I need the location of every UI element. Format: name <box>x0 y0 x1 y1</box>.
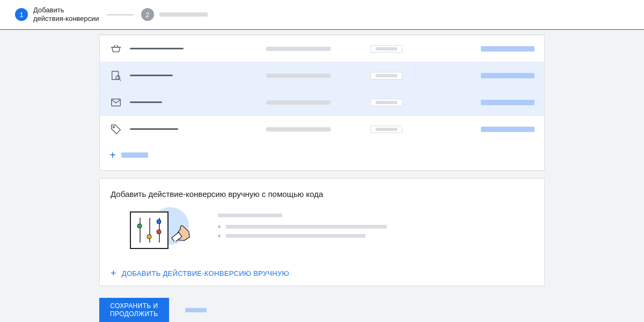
add-row-button[interactable]: + <box>100 142 544 170</box>
table-row[interactable] <box>100 89 544 115</box>
tag-icon <box>109 123 122 136</box>
table-row[interactable] <box>100 62 544 89</box>
search-page-icon <box>109 69 122 82</box>
step-1[interactable]: 1 Добавить действия-конверсии <box>15 6 99 24</box>
svg-point-1 <box>116 76 120 79</box>
step-1-label: Добавить действия-конверсии <box>33 6 99 24</box>
hand-icon <box>171 219 193 241</box>
manual-illustration <box>127 208 186 257</box>
status-chip <box>370 126 402 133</box>
add-row-label-placeholder <box>121 152 148 158</box>
step-1-number: 1 <box>15 8 28 21</box>
add-manual-label: ДОБАВИТЬ ДЕЙСТВИЕ-КОНВЕРСИЮ ВРУЧНУЮ <box>122 269 289 277</box>
svg-point-3 <box>113 126 115 128</box>
manual-conversion-card: Добавить действие-конверсию вручную с по… <box>99 178 545 286</box>
stepper-bar: 1 Добавить действия-конверсии 2 <box>0 0 644 30</box>
stepper-connector <box>107 14 134 16</box>
add-manual-button[interactable]: + ДОБАВИТЬ ДЕЙСТВИЕ-КОНВЕРСИЮ ВРУЧНУЮ <box>111 268 533 278</box>
plus-icon: + <box>111 268 116 278</box>
manual-heading: Добавить действие-конверсию вручную с по… <box>111 189 533 199</box>
step-2[interactable]: 2 <box>141 8 208 21</box>
table-row[interactable] <box>100 35 544 62</box>
step-2-label-placeholder <box>159 12 208 17</box>
status-chip <box>370 99 402 106</box>
manual-description <box>218 208 387 243</box>
conversion-list-card: + <box>99 34 545 171</box>
secondary-action-placeholder[interactable] <box>185 308 207 312</box>
mail-icon <box>109 96 122 109</box>
footer-actions: СОХРАНИТЬ И ПРОДОЛЖИТЬ <box>99 298 545 322</box>
basket-icon <box>109 42 122 55</box>
conversion-rows <box>100 35 544 142</box>
plus-icon: + <box>109 150 116 160</box>
step-2-number: 2 <box>141 8 154 21</box>
save-continue-button[interactable]: СОХРАНИТЬ И ПРОДОЛЖИТЬ <box>99 298 169 322</box>
table-row[interactable] <box>100 115 544 142</box>
status-chip <box>370 45 402 53</box>
status-chip <box>370 72 402 79</box>
